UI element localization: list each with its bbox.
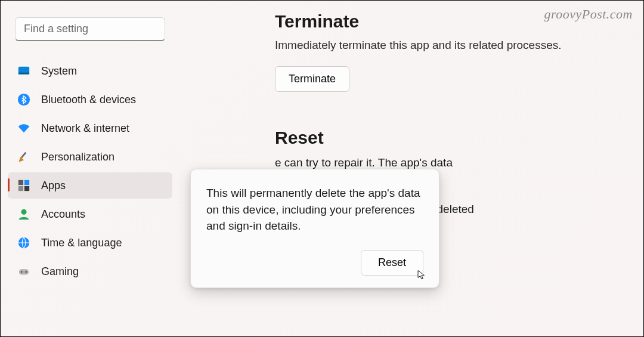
sidebar-item-label: Time & language	[41, 237, 122, 249]
search-wrap	[1, 17, 179, 55]
sidebar-item-label: Bluetooth & devices	[41, 94, 136, 106]
monitor-icon	[17, 64, 30, 78]
sidebar-item-personalization[interactable]: Personalization	[8, 144, 172, 170]
terminate-section: Terminate Immediately terminate this app…	[275, 11, 620, 116]
sidebar-item-label: Accounts	[41, 208, 85, 221]
reset-title: Reset	[275, 128, 620, 148]
svg-rect-7	[24, 180, 29, 185]
svg-rect-12	[19, 269, 29, 274]
sidebar-item-gaming[interactable]: Gaming	[8, 258, 172, 285]
svg-rect-8	[18, 186, 23, 191]
sidebar-item-bluetooth[interactable]: Bluetooth & devices	[8, 86, 172, 113]
terminate-button[interactable]: Terminate	[275, 66, 349, 92]
svg-point-14	[25, 271, 27, 273]
sidebar-item-accounts[interactable]: Accounts	[8, 201, 172, 227]
sidebar-item-label: Apps	[41, 180, 66, 192]
svg-point-10	[21, 209, 26, 215]
gamepad-icon	[17, 265, 30, 278]
sidebar: System Bluetooth & devices Network & int…	[1, 1, 179, 336]
reset-desc-line1: e can try to repair it. The app's data	[275, 156, 620, 169]
tooltip-reset-button[interactable]: Reset	[361, 250, 423, 276]
sidebar-item-label: Personalization	[41, 151, 114, 163]
tooltip-text: This will permanently delete the app's d…	[206, 185, 423, 234]
tooltip-button-row: Reset	[206, 250, 423, 276]
terminate-title: Terminate	[275, 11, 620, 32]
apps-icon	[17, 179, 30, 192]
cursor-icon	[416, 270, 427, 280]
svg-rect-5	[21, 152, 26, 158]
sidebar-item-time-language[interactable]: Time & language	[8, 230, 172, 256]
terminate-desc: Immediately terminate this app and its r…	[275, 39, 620, 52]
svg-rect-9	[24, 186, 29, 191]
globe-clock-icon	[17, 236, 30, 249]
sidebar-item-system[interactable]: System	[8, 58, 172, 84]
svg-rect-6	[18, 180, 23, 185]
person-icon	[17, 208, 30, 221]
reset-confirm-tooltip: This will permanently delete the app's d…	[190, 169, 439, 288]
sidebar-item-label: Network & internet	[41, 122, 129, 135]
svg-rect-3	[18, 73, 29, 75]
sidebar-item-apps[interactable]: Apps	[8, 172, 172, 199]
sidebar-item-label: Gaming	[41, 265, 79, 278]
sidebar-item-label: System	[41, 65, 77, 78]
paintbrush-icon	[17, 150, 30, 163]
nav-list: System Bluetooth & devices Network & int…	[1, 58, 179, 285]
bluetooth-icon	[17, 93, 30, 106]
sidebar-item-network[interactable]: Network & internet	[8, 115, 172, 141]
svg-point-13	[21, 271, 23, 273]
search-input[interactable]	[24, 23, 162, 35]
wifi-icon	[17, 122, 30, 135]
search-input-container[interactable]	[15, 17, 165, 41]
